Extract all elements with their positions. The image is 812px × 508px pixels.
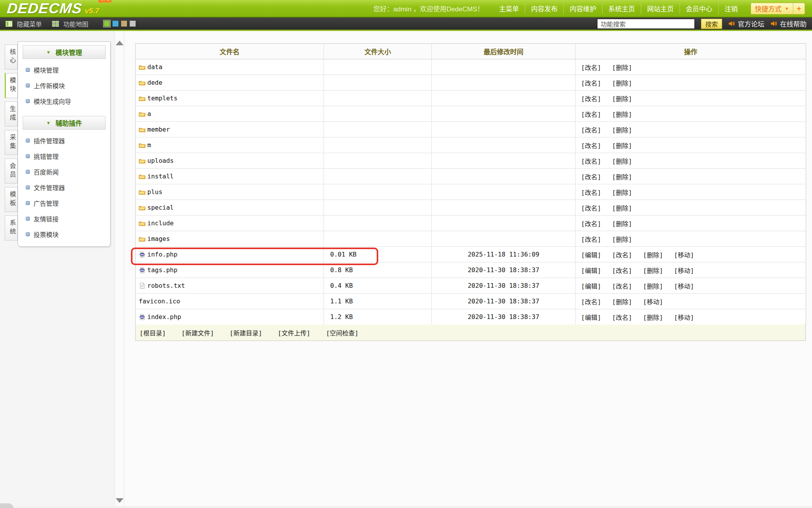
- op-link-删除[interactable]: [删除]: [612, 127, 632, 134]
- sidebar-item-模块管理[interactable]: 模块管理: [18, 62, 110, 78]
- op-link-改名[interactable]: [改名]: [612, 251, 632, 259]
- file-name-link[interactable]: index.php: [147, 313, 181, 321]
- op-link-改名[interactable]: [改名]: [581, 236, 601, 243]
- sidebar-tab-模板[interactable]: 模板: [5, 187, 18, 212]
- sidebar-tab-核心[interactable]: 核心: [5, 45, 18, 70]
- file-name-link[interactable]: data: [147, 63, 163, 71]
- op-link-改名[interactable]: [改名]: [581, 64, 601, 71]
- sidebar-item-百度新闻[interactable]: 百度新闻: [18, 164, 110, 180]
- sidebar-item-广告管理[interactable]: 广告管理: [18, 195, 110, 211]
- op-link-删除[interactable]: [删除]: [643, 267, 663, 274]
- hide-menu-button[interactable]: 隐藏菜单: [5, 19, 42, 29]
- scroll-down-arrow-icon[interactable]: [116, 498, 123, 503]
- op-link-删除[interactable]: [删除]: [612, 220, 632, 228]
- topnav-item-6[interactable]: 注销: [719, 3, 744, 14]
- theme-swatch-2[interactable]: [121, 21, 127, 27]
- op-link-删除[interactable]: [删除]: [643, 283, 663, 290]
- file-name-link[interactable]: include: [147, 219, 173, 227]
- footer-action-文件上传[interactable]: [文件上传]: [278, 328, 310, 337]
- op-link-删除[interactable]: [删除]: [612, 64, 632, 71]
- op-link-删除[interactable]: [删除]: [612, 80, 632, 87]
- op-link-改名[interactable]: [改名]: [581, 158, 601, 165]
- sidebar-tab-模块[interactable]: 模块: [5, 73, 18, 98]
- file-name-link[interactable]: images: [147, 235, 170, 242]
- search-input[interactable]: [597, 19, 695, 29]
- op-link-改名[interactable]: [改名]: [581, 220, 601, 228]
- file-name-link[interactable]: favicon.ico: [139, 298, 180, 305]
- footer-action-新建文件[interactable]: [新建文件]: [181, 328, 214, 337]
- sidebar-item-插件管理器[interactable]: 插件管理器: [18, 133, 110, 148]
- op-link-删除[interactable]: [删除]: [612, 298, 632, 306]
- sidebar-item-文件管理器[interactable]: 文件管理器: [18, 180, 110, 195]
- sidebar-tab-系统[interactable]: 系统: [5, 216, 18, 241]
- op-link-编辑[interactable]: [编辑]: [581, 283, 601, 290]
- file-name-link[interactable]: m: [147, 141, 151, 149]
- file-name-link[interactable]: a: [147, 110, 151, 118]
- op-link-改名[interactable]: [改名]: [581, 173, 601, 181]
- topnav-item-0[interactable]: 主菜单: [493, 3, 525, 14]
- section-header-1[interactable]: ▼辅助插件: [23, 116, 106, 130]
- file-name-link[interactable]: templets: [147, 94, 177, 102]
- footer-action-根目录[interactable]: [根目录]: [140, 328, 166, 337]
- op-link-改名[interactable]: [改名]: [612, 283, 632, 290]
- file-name-link[interactable]: plus: [147, 188, 163, 196]
- op-link-移动[interactable]: [移动]: [674, 314, 694, 321]
- op-link-删除[interactable]: [删除]: [612, 158, 632, 165]
- topnav-item-2[interactable]: 内容维护: [564, 3, 603, 14]
- section-header-0[interactable]: ▼模块管理: [23, 45, 106, 59]
- sidebar-item-上传新模块[interactable]: 上传新模块: [18, 78, 110, 93]
- sidebar-tab-采集[interactable]: 采集: [5, 130, 18, 155]
- scroll-up-arrow-icon[interactable]: [116, 41, 123, 45]
- op-link-删除[interactable]: [删除]: [643, 251, 663, 259]
- op-link-改名[interactable]: [改名]: [612, 314, 632, 321]
- site-map-button[interactable]: 功能地图: [52, 19, 88, 29]
- sidebar-item-友情链接[interactable]: 友情链接: [18, 211, 110, 226]
- shortcut-button[interactable]: 快捷方式 ▼: [751, 3, 793, 14]
- sidebar-item-模块生成向导[interactable]: 模块生成向导: [18, 93, 110, 109]
- file-name-link[interactable]: tags.php: [147, 266, 177, 274]
- op-link-改名[interactable]: [改名]: [581, 111, 601, 118]
- op-link-删除[interactable]: [删除]: [612, 111, 632, 118]
- op-link-改名[interactable]: [改名]: [581, 95, 601, 103]
- topnav-item-4[interactable]: 网站主页: [641, 3, 680, 14]
- file-name-link[interactable]: info.php: [147, 251, 177, 258]
- op-link-移动[interactable]: [移动]: [674, 251, 694, 259]
- add-shortcut-button[interactable]: +: [793, 3, 805, 14]
- file-name-link[interactable]: special: [147, 204, 173, 211]
- op-link-改名[interactable]: [改名]: [581, 298, 601, 306]
- official-forum-link[interactable]: 官方论坛: [728, 19, 764, 29]
- sidebar-item-投票模块[interactable]: 投票模块: [18, 226, 110, 242]
- op-link-改名[interactable]: [改名]: [581, 205, 601, 212]
- op-link-编辑[interactable]: [编辑]: [581, 251, 601, 259]
- op-link-编辑[interactable]: [编辑]: [581, 314, 601, 321]
- op-link-删除[interactable]: [删除]: [612, 205, 632, 212]
- sidebar-item-挑错管理[interactable]: 挑错管理: [18, 148, 110, 164]
- op-link-删除[interactable]: [删除]: [612, 236, 632, 243]
- file-name-link[interactable]: install: [147, 173, 173, 180]
- op-link-改名[interactable]: [改名]: [612, 267, 632, 274]
- footer-action-空间检查[interactable]: [空间检查]: [326, 328, 358, 337]
- op-link-移动[interactable]: [移动]: [643, 298, 663, 306]
- file-name-link[interactable]: robots.txt: [147, 282, 185, 289]
- search-button[interactable]: 搜索: [701, 19, 722, 29]
- op-link-编辑[interactable]: [编辑]: [581, 267, 601, 274]
- theme-swatch-1[interactable]: [113, 21, 118, 27]
- op-link-改名[interactable]: [改名]: [581, 189, 601, 196]
- op-link-删除[interactable]: [删除]: [612, 142, 632, 150]
- footer-action-新建目录[interactable]: [新建目录]: [230, 328, 262, 337]
- sidebar-tab-生成[interactable]: 生成: [5, 102, 18, 127]
- op-link-移动[interactable]: [移动]: [674, 283, 694, 290]
- op-link-删除[interactable]: [删除]: [612, 173, 632, 181]
- topnav-item-1[interactable]: 内容发布: [525, 3, 564, 14]
- file-name-link[interactable]: member: [147, 126, 170, 133]
- op-link-改名[interactable]: [改名]: [581, 80, 601, 87]
- online-help-link[interactable]: 在线帮助: [771, 19, 807, 29]
- op-link-删除[interactable]: [删除]: [643, 314, 663, 321]
- topnav-item-3[interactable]: 系统主页: [603, 3, 641, 14]
- op-link-改名[interactable]: [改名]: [581, 127, 601, 134]
- file-name-link[interactable]: dede: [147, 79, 163, 86]
- op-link-移动[interactable]: [移动]: [674, 267, 694, 274]
- file-name-link[interactable]: uploads: [147, 157, 173, 164]
- sidebar-tab-会员[interactable]: 会员: [5, 159, 18, 184]
- op-link-删除[interactable]: [删除]: [612, 95, 632, 103]
